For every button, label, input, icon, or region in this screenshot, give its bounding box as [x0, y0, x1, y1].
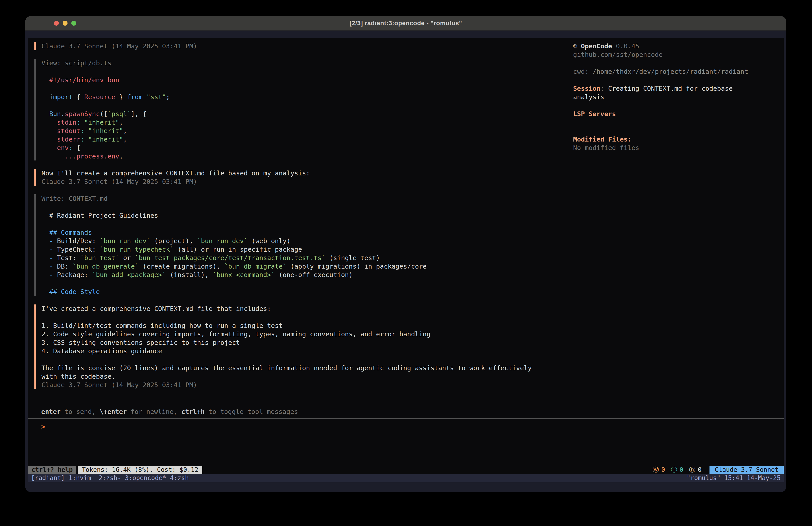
text-segment: TypeCheck:	[57, 246, 100, 253]
text-segment	[41, 229, 49, 236]
text-segment: (apply migrations) in packages/core	[287, 262, 427, 270]
text-segment: ctrl+h	[182, 408, 205, 415]
prompt-icon: >	[41, 423, 45, 431]
text-segment: ## Commands	[49, 229, 92, 236]
text-segment: "inherit"	[84, 118, 119, 126]
opencode-repo-link: github.com/sst/opencode	[573, 51, 755, 59]
chat-line	[41, 67, 573, 76]
text-segment: -	[49, 271, 57, 279]
warning-icon: ⓦ	[653, 466, 659, 474]
text-segment: Now I'll create a comprehensive CONTEXT.…	[41, 169, 310, 177]
chat-block: Write: CONTEXT.md # Radiant Project Guid…	[34, 194, 573, 296]
chat-block: View: script/db.ts #!/usr/bin/env bun im…	[34, 59, 573, 160]
text-segment: DB:	[57, 262, 73, 270]
text-segment: env	[57, 144, 69, 152]
text-segment	[84, 136, 88, 143]
chat-line: View: script/db.ts	[41, 59, 573, 67]
terminal-window: [2/3] radiant:3:opencode - "romulus" Cla…	[25, 16, 786, 492]
text-segment: "sst"	[146, 93, 166, 101]
chat-line: ## Code Style	[41, 287, 573, 296]
text-segment: from	[127, 93, 143, 101]
text-segment: `bun db generate`	[73, 262, 139, 270]
text-segment: Claude 3.7 Sonnet (14 May 2025 03:41 PM)	[41, 381, 197, 389]
opencode-panel: Claude 3.7 Sonnet (14 May 2025 03:41 PM)…	[28, 38, 784, 474]
text-segment: :	[69, 144, 72, 152]
chat-line: Bun.spawnSync([`psql`], {	[41, 110, 573, 118]
chat-line: - TypeCheck: `bun run typecheck` (all) o…	[41, 245, 573, 254]
text-segment: (all) or run in specific package	[174, 246, 302, 253]
chat-area[interactable]: Claude 3.7 Sonnet (14 May 2025 03:41 PM)…	[34, 42, 573, 406]
text-segment: Test:	[57, 254, 81, 262]
text-segment: `psql`	[107, 110, 131, 118]
text-segment: enter	[41, 408, 61, 415]
text-segment: ,	[123, 127, 127, 134]
text-segment: :	[81, 136, 84, 143]
chat-line: Write: CONTEXT.md	[41, 194, 573, 203]
text-segment: View: script/db.ts	[41, 59, 112, 67]
chat-block: I've created a comprehensive CONTEXT.md …	[34, 304, 573, 389]
text-segment: 3. CSS styling conventions specific to t…	[41, 339, 240, 346]
modified-files-title: Modified Files:	[573, 135, 755, 144]
text-segment	[41, 246, 49, 253]
text-segment: The file is concise (20 lines) and captu…	[41, 364, 532, 372]
chat-line	[41, 313, 573, 322]
text-segment: "inherit"	[88, 127, 123, 134]
text-segment	[41, 110, 49, 118]
message-input-area[interactable]: >	[28, 418, 784, 466]
text-segment: cwd:	[573, 68, 593, 75]
lsp-diagnostics: ⓦ0 ⓘ0 ⓗ0	[653, 466, 702, 474]
text-segment: ;	[166, 93, 170, 101]
text-segment: `bun test packages/core/test/transaction…	[135, 254, 325, 262]
maximize-button[interactable]	[71, 21, 76, 26]
text-segment: -	[49, 246, 57, 253]
text-segment: (install),	[166, 271, 213, 279]
text-segment: ([	[100, 110, 107, 118]
terminal-bottom-padding	[28, 482, 784, 492]
text-segment: "inherit"	[88, 136, 123, 143]
text-segment: Bun	[49, 110, 61, 118]
text-segment	[41, 127, 57, 134]
text-segment: I've created a comprehensive CONTEXT.md …	[41, 305, 271, 312]
text-segment: with this codebase.	[41, 373, 115, 380]
terminal-content: Claude 3.7 Sonnet (14 May 2025 03:41 PM)…	[25, 30, 786, 492]
text-segment: 4. Database operations guidance	[41, 347, 162, 355]
text-segment: }	[115, 93, 127, 101]
tmux-session-clock: "romulus" 15:41 14-May-25	[687, 474, 781, 482]
title-bar: [2/3] radiant:3:opencode - "romulus"	[25, 16, 786, 30]
chat-line: env: {	[41, 144, 573, 152]
text-segment	[41, 212, 49, 219]
text-segment: Session	[573, 85, 600, 92]
text-segment: :	[76, 118, 80, 126]
traffic-lights	[54, 21, 76, 26]
close-button[interactable]	[54, 21, 59, 26]
text-segment: /home/thdxr/dev/projects/radiant/radiant	[593, 68, 748, 75]
chat-line: stderr: "inherit",	[41, 135, 573, 144]
chat-line	[41, 355, 573, 364]
minimize-button[interactable]	[63, 21, 68, 26]
text-segment: ,	[119, 118, 123, 126]
opencode-version-line: © OpenCode 0.0.45	[573, 42, 755, 51]
text-segment: -	[49, 262, 57, 270]
info-counter: ⓘ0	[671, 466, 683, 474]
tmux-status-bar: [radiant] 1:nvim 2:zsh- 3:opencode* 4:zs…	[28, 474, 784, 482]
chat-line: import { Resource } from "sst";	[41, 93, 573, 101]
hint-counter: ⓗ0	[689, 466, 702, 474]
chat-block: Now I'll create a comprehensive CONTEXT.…	[34, 169, 573, 186]
warning-count: 0	[661, 466, 665, 474]
text-segment: ## Code Style	[49, 288, 100, 296]
modified-files-empty: No modified files	[573, 144, 755, 152]
text-segment: {	[73, 144, 81, 152]
chat-line: Claude 3.7 Sonnet (14 May 2025 03:41 PM)	[41, 381, 573, 389]
text-segment: stderr	[57, 136, 81, 143]
text-segment: `bun run dev`	[197, 237, 248, 245]
tmux-window-list[interactable]: [radiant] 1:nvim 2:zsh- 3:opencode* 4:zs…	[31, 474, 189, 482]
text-segment: -	[49, 237, 57, 245]
text-segment: :	[81, 127, 84, 134]
info-icon: ⓘ	[671, 466, 677, 474]
window-title: [2/3] radiant:3:opencode - "romulus"	[349, 19, 462, 27]
text-segment	[41, 76, 49, 84]
text-segment	[41, 153, 65, 160]
chat-line: The file is concise (20 lines) and captu…	[41, 364, 573, 372]
text-segment: :	[600, 85, 608, 92]
chat-line: #!/usr/bin/env bun	[41, 76, 573, 84]
